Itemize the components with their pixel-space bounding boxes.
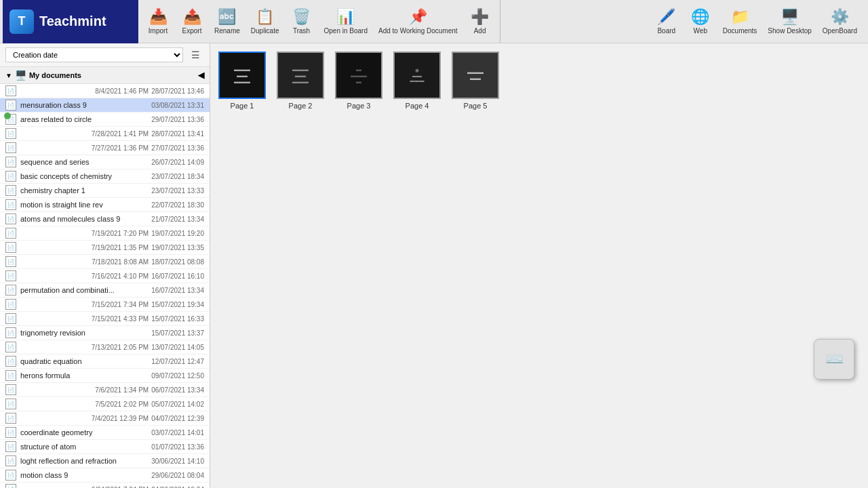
doc-date: 13/07/2021 14:05 <box>151 344 204 351</box>
doc-icon-img: 📄 <box>5 327 16 338</box>
documents-button[interactable]: 📁 Documents <box>717 1 763 42</box>
doc-date1: 7/16/2021 4:10 PM <box>92 272 149 280</box>
trash-button[interactable]: 🗑️ Trash <box>285 1 319 42</box>
open-board-button[interactable]: ⚙️ OpenBoard <box>817 1 863 42</box>
add-to-working-doc-button[interactable]: 📌 Add to Working Document <box>373 1 463 42</box>
add-icon: ➕ <box>471 8 489 26</box>
doc-date: 28/07/2021 13:41 <box>151 130 204 138</box>
doc-icon-img: 📄 <box>5 370 16 381</box>
doc-date: 05/07/2021 14:02 <box>151 401 204 408</box>
doc-date: 15/07/2021 13:37 <box>151 329 204 337</box>
sidebar-collapse-btn[interactable]: ◀ <box>198 70 204 80</box>
page-thumbnail[interactable]: ▬▬▬▬▬Page 3 <box>335 52 382 110</box>
page-thumbnail[interactable]: ◉▬▬▬▬▬Page 4 <box>393 52 441 110</box>
board-button[interactable]: 🖊️ Board <box>650 1 684 42</box>
doc-date: 06/07/2021 13:34 <box>151 386 204 394</box>
page-thumb-img: ◉▬▬▬▬▬ <box>393 52 441 99</box>
doc-date: 19/07/2021 19:20 <box>151 230 204 237</box>
doc-icon: 📄 <box>5 484 18 488</box>
doc-date: 12/07/2021 12:47 <box>151 358 204 365</box>
export-button[interactable]: 📤 Export <box>175 1 209 42</box>
doc-icon: 📄 <box>5 285 18 296</box>
doc-date: 01/07/2021 13:36 <box>151 443 204 451</box>
list-item[interactable]: 📄herons formula09/07/2021 12:50 <box>0 369 210 383</box>
toolbar-file-group: 📥 Import 📤 Export 🔤 Rename 📋 Duplicate 🗑… <box>138 0 500 43</box>
export-icon: 📤 <box>183 8 201 26</box>
list-item[interactable]: 📄7/5/2021 2:02 PM05/07/2021 14:02 <box>0 397 210 411</box>
list-item[interactable]: 📄basic concepts of chemistry23/07/2021 1… <box>0 169 210 184</box>
list-item[interactable]: 📄sequence and series26/07/2021 14:09 <box>0 155 210 169</box>
list-item[interactable]: 📄7/6/2021 1:34 PM06/07/2021 13:34 <box>0 383 210 397</box>
doc-icon-img: 📄 <box>5 228 16 239</box>
board-icon: 🖊️ <box>657 8 675 26</box>
show-desktop-button[interactable]: 🖥️ Show Desktop <box>762 1 816 42</box>
list-item[interactable]: 📄mensuration class 903/08/2021 13:31 <box>0 98 210 113</box>
list-item[interactable]: 📄7/4/2021 12:39 PM04/07/2021 12:39 <box>0 411 210 426</box>
keyboard-button[interactable]: ⌨️ <box>814 339 854 380</box>
doc-name: mensuration class 9 <box>20 101 149 109</box>
page-thumb-img: ▬▬▬▬▬▬▬▬ <box>277 52 324 99</box>
page-label: Page 4 <box>406 102 429 110</box>
list-item[interactable]: 📄areas related to circle29/07/2021 13:36 <box>0 113 210 127</box>
doc-date: 03/08/2021 13:31 <box>151 102 204 109</box>
list-item[interactable]: 📄motion is straight line rev22/07/2021 1… <box>0 198 210 212</box>
page-thumbnail[interactable]: ▬▬▬▬▬▬▬▬Page 1 <box>218 52 266 110</box>
list-item[interactable]: 📄structure of atom01/07/2021 13:36 <box>0 440 210 454</box>
doc-icon: 📄 <box>5 370 18 381</box>
list-item[interactable]: 📄motion class 929/06/2021 08:04 <box>0 468 210 483</box>
page-thumbnail[interactable]: ▬▬▬▬▬▬▬▬Page 2 <box>277 52 324 110</box>
doc-name: permutation and combinati... <box>20 286 149 294</box>
add-button[interactable]: ➕ Add <box>463 1 497 42</box>
doc-name: cooerdinate geometry <box>20 428 149 436</box>
list-item[interactable]: 📄7/19/2021 7:20 PM19/07/2021 19:20 <box>0 226 210 241</box>
list-item[interactable]: 📄quadratic equation12/07/2021 12:47 <box>0 354 210 369</box>
rename-button[interactable]: 🔤 Rename <box>209 1 245 42</box>
list-item[interactable]: 📄atoms and nmolecules class 921/07/2021 … <box>0 212 210 226</box>
list-item[interactable]: 📄cooerdinate geometry03/07/2021 14:01 <box>0 426 210 440</box>
doc-date: 03/07/2021 14:01 <box>151 429 204 436</box>
list-item[interactable]: 📄7/27/2021 1:36 PM27/07/2021 13:36 <box>0 141 210 155</box>
list-item[interactable]: 📄7/15/2021 7:34 PM15/07/2021 19:34 <box>0 298 210 312</box>
list-item[interactable]: 📄loght reflection and refraction30/06/20… <box>0 454 210 468</box>
doc-date: 18/07/2021 08:08 <box>151 258 204 266</box>
list-item[interactable]: 📄8/4/2021 1:46 PM28/07/2021 13:46 <box>0 84 210 98</box>
doc-icon: 📄 <box>5 228 18 239</box>
doc-date1: 7/19/2021 7:20 PM <box>92 230 149 237</box>
export-label: Export <box>182 27 202 35</box>
list-item[interactable]: 📄trignometry revision15/07/2021 13:37 <box>0 326 210 340</box>
doc-date: 28/07/2021 13:46 <box>151 87 204 95</box>
duplicate-label: Duplicate <box>251 27 279 35</box>
toolbar-right-group: 🖊️ Board 🌐 Web 📁 Documents 🖥️ Show Deskt… <box>647 0 865 43</box>
list-item[interactable]: 📄7/13/2021 2:05 PM13/07/2021 14:05 <box>0 340 210 354</box>
doc-icon-img: 📄 <box>5 157 16 167</box>
sort-dropdown[interactable]: Creation date Modified date Name <box>5 47 183 62</box>
list-item[interactable]: 📄permutation and combinati...16/07/2021 … <box>0 283 210 298</box>
web-button[interactable]: 🌐 Web <box>684 1 717 42</box>
page-thumb-img: ▬▬▬▬▬ <box>335 52 382 99</box>
doc-name: chemistry chapter 1 <box>20 186 149 195</box>
doc-icon: 📄 <box>5 399 18 409</box>
list-item[interactable]: 📄7/28/2021 1:41 PM28/07/2021 13:41 <box>0 127 210 141</box>
doc-date: 15/07/2021 19:34 <box>151 301 204 308</box>
doc-icon-img: 📄 <box>5 484 16 488</box>
doc-name: structure of atom <box>20 443 149 451</box>
open-in-board-button[interactable]: 📊 Open in Board <box>319 1 374 42</box>
open-board-right-icon: ⚙️ <box>831 8 849 26</box>
list-item[interactable]: 📄chemistry chapter 123/07/2021 13:33 <box>0 184 210 198</box>
filter-button[interactable]: ☰ <box>187 47 204 62</box>
doc-name: trignometry revision <box>20 329 149 337</box>
import-button[interactable]: 📥 Import <box>141 1 175 42</box>
add-label: Add <box>474 27 486 35</box>
list-item[interactable]: 📄6/24/2021 7:34 PM24/06/2021 19:34 <box>0 483 210 488</box>
list-item[interactable]: 📄7/18/2021 8:08 AM18/07/2021 08:08 <box>0 255 210 269</box>
doc-icon-img: 📄 <box>5 128 16 139</box>
documents-label: Documents <box>723 27 757 35</box>
list-item[interactable]: 📄7/15/2021 4:33 PM15/07/2021 16:33 <box>0 312 210 326</box>
duplicate-button[interactable]: 📋 Duplicate <box>245 1 285 42</box>
page-thumbnail[interactable]: ▬▬▬▬▬Page 5 <box>452 52 499 110</box>
active-dot <box>4 113 11 119</box>
add-working-doc-icon: 📌 <box>409 8 427 26</box>
list-item[interactable]: 📄7/19/2021 1:35 PM19/07/2021 13:35 <box>0 241 210 255</box>
list-item[interactable]: 📄7/16/2021 4:10 PM16/07/2021 16:10 <box>0 269 210 283</box>
doc-icon-img: 📄 <box>5 384 16 395</box>
